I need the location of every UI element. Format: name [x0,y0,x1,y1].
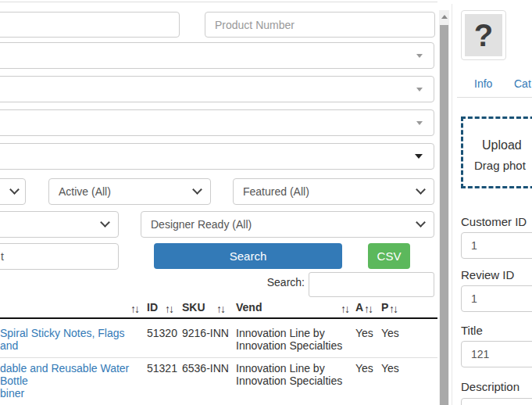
sort-icon[interactable]: ↑↓ [389,303,397,315]
scroll-up-button[interactable] [439,10,449,23]
search-button[interactable]: Search [154,243,342,269]
scrollbar-thumb[interactable] [440,25,448,405]
filter-select-3[interactable] [0,109,434,136]
filter-select-1[interactable] [0,42,434,69]
cell-published: Yes [381,362,399,375]
cell-published: Yes [381,327,399,339]
table-row: Spiral Sticky Notes, Flags and 51320 921… [0,320,437,357]
title-label: Title [461,324,483,337]
customer-id-label: Customer ID [461,215,527,228]
column-header-vendor[interactable]: Vend [236,301,262,314]
chevron-down-icon [9,185,20,195]
cell-sku: 6536-INN [182,362,229,375]
caret-down-icon [415,154,423,159]
vendor-line-2: Innovation Specialties [236,375,342,387]
chevron-down-icon [416,217,426,228]
sort-icon[interactable]: ↑↓ [364,303,372,315]
caret-down-icon [416,54,423,58]
active-select[interactable]: Active (All) [48,178,211,205]
vendor-line-1: Innovation Line by [236,327,325,339]
featured-select-value: Featured (All) [243,185,309,198]
column-header-id[interactable]: ID [147,301,158,314]
column-header-sku[interactable]: SKU [182,301,205,314]
table-search-input[interactable] [309,272,434,297]
designer-ready-select[interactable]: Designer Ready (All) [141,211,434,238]
review-id-label: Review ID [461,268,514,281]
product-admin-screen: Active (All) Featured (All) Designer Rea… [0,0,532,405]
name-line-1: dable and Reusable Water Bottle [0,362,129,387]
filter-select-4[interactable] [0,143,434,170]
vertical-scrollbar[interactable] [439,10,449,405]
chevron-down-icon [100,217,110,228]
designer-ready-select-value: Designer Ready (All) [151,218,252,231]
column-header-active[interactable]: A [355,301,363,314]
active-select-value: Active (All) [59,185,111,198]
product-thumbnail: ? [461,10,506,60]
cell-id: 51321 [147,362,177,375]
scroll-up-icon [441,15,448,19]
caret-down-icon [416,88,423,91]
top-divider [0,2,437,2]
cell-sku: 9216-INN [182,327,229,339]
placeholder-image: ? [465,14,502,56]
description-input[interactable] [461,398,532,405]
name-line-2: biner [0,387,24,400]
cell-active: Yes [355,362,373,375]
review-id-input[interactable] [461,285,532,312]
cell-active: Yes [355,327,373,339]
table-header: ↑↓ ID ↑↓ SKU ↑↓ Vend ↑↓ A ↑↓ P ↑↓ [0,301,437,317]
filter-select-2[interactable] [0,76,434,102]
csv-button[interactable]: CSV [368,243,410,269]
table-search-label: Search: [219,276,305,289]
filter-select-small-2[interactable] [0,211,119,238]
upload-dropzone[interactable]: Upload Drag phot [461,116,532,188]
question-mark-icon: ? [474,18,493,53]
panel-divider [452,4,452,405]
product-name-link[interactable]: Spiral Sticky Notes, Flags and [0,327,133,352]
sort-icon[interactable]: ↑↓ [165,303,173,315]
upload-title: Upload [482,138,522,152]
vendor-line-1: Innovation Line by [236,362,325,375]
cell-vendor: Innovation Line byInnovation Specialties [236,362,353,387]
chevron-down-icon [192,185,202,195]
chevron-down-icon [416,185,426,195]
product-name-link[interactable]: dable and Reusable Water Bottlebiner [0,362,137,400]
tab-info[interactable]: Info [474,77,492,90]
customer-id-input[interactable] [461,232,532,259]
cell-vendor: Innovation Line byInnovation Specialties [236,327,353,352]
product-name-input[interactable] [0,12,180,38]
product-number-input[interactable] [205,12,435,38]
filter-select-small-1[interactable] [0,178,26,205]
title-input[interactable] [461,341,532,367]
sort-icon[interactable]: ↑↓ [130,303,138,315]
caret-down-icon [416,121,423,125]
keyword-input[interactable] [0,243,119,270]
upload-hint: Drag phot [474,159,526,172]
cell-id: 51320 [147,327,177,339]
table-header-border [0,317,437,319]
tab-categories[interactable]: Cat [514,77,531,90]
description-label: Description [461,380,520,393]
featured-select[interactable]: Featured (All) [233,178,434,205]
sort-icon[interactable]: ↑↓ [341,303,348,315]
vendor-line-2: Innovation Specialties [236,339,342,352]
column-header-published[interactable]: P [381,301,388,314]
sort-icon[interactable]: ↑↓ [216,303,224,315]
table-row: dable and Reusable Water Bottlebiner 513… [0,357,437,396]
tabs-underline [457,97,532,98]
